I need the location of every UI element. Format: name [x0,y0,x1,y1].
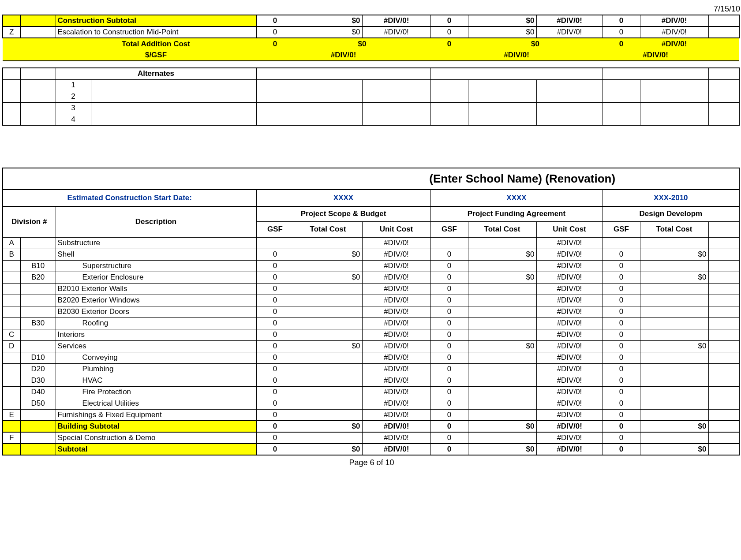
phase1-date: XXXX [256,190,430,206]
alternates-row-3: 3 [3,102,739,114]
table-row: D20Plumbing0#DIV/0!0#DIV/0!0 [3,363,739,375]
escalation-row: Z Escalation to Construction Mid-Point 0… [3,26,739,38]
start-date-label: Estimated Construction Start Date: [3,190,256,206]
table-row: B2030 Exterior Doors0#DIV/0!0#DIV/0!0 [3,306,739,317]
group-scope-budget: Project Scope & Budget [256,206,430,221]
col-totalcost-2: Total Cost [468,221,536,237]
table-row: D10Conveying0#DIV/0!0#DIV/0!0 [3,352,739,363]
alternates-row-1: 1 [3,79,739,91]
alternates-header-row: Alternates [3,68,739,79]
summary-table: Construction Subtotal 0 $0 #DIV/0! 0 $0 … [2,15,740,61]
col-gsf-1: GSF [256,221,294,237]
table-row: B10Superstructure0#DIV/0!0#DIV/0!0 [3,260,739,272]
page-footer: Page 6 of 10 [2,458,741,467]
subtotal-row: Subtotal 0 $0 #DIV/0! 0 $0 #DIV/0! 0 $0 [3,444,739,455]
col-totalcost-1: Total Cost [294,221,362,237]
phase3-date: XXX-2010 [603,190,739,206]
renovation-table: (Enter School Name) (Renovation) Estimat… [2,168,740,455]
col-unitcost-2: Unit Cost [536,221,603,237]
building-subtotal-row: Building Subtotal 0 $0 #DIV/0! 0 $0 #DIV… [3,421,739,432]
table-row: B20Exterior Enclosure0$0#DIV/0!0$0#DIV/0… [3,272,739,283]
renovation-title: (Enter School Name) (Renovation) [3,168,739,190]
col-totalcost-3: Total Cost [640,221,708,237]
total-addition-row: Total Addition Cost 0 $0 0 $0 0 #DIV/0! [3,38,739,49]
col-gsf-2: GSF [430,221,468,237]
construction-subtotal-row: Construction Subtotal 0 $0 #DIV/0! 0 $0 … [3,15,739,26]
alternates-row-2: 2 [3,91,739,102]
special-construction-row: F Special Construction & Demo 0#DIV/0! 0… [3,432,739,444]
alternates-row-4: 4 [3,114,739,125]
alternates-table: Alternates 1 2 3 4 [2,67,740,126]
col-description: Description [56,206,256,237]
col-unitcost-1: Unit Cost [362,221,430,237]
phase2-date: XXXX [430,190,603,206]
print-date: 7/15/10 [2,4,741,14]
table-row: B2010 Exterior Walls0#DIV/0!0#DIV/0!0 [3,283,739,295]
group-design-dev: Design Developm [603,206,739,221]
table-row: CInteriors0#DIV/0!0#DIV/0!0 [3,329,739,340]
table-row: B30Roofing0#DIV/0!0#DIV/0!0 [3,317,739,329]
per-gsf-row: $/GSF #DIV/0! #DIV/0! #DIV/0! [3,49,739,61]
table-row: D50Electrical Utilities0#DIV/0!0#DIV/0!0 [3,398,739,409]
table-row: DServices0$0#DIV/0!0$0#DIV/0!0$0 [3,340,739,352]
table-row: D30HVAC0#DIV/0!0#DIV/0!0 [3,375,739,386]
group-funding-agreement: Project Funding Agreement [430,206,603,221]
table-row: ASubstructure#DIV/0!#DIV/0! [3,237,739,249]
table-row: D40Fire Protection0#DIV/0!0#DIV/0!0 [3,386,739,398]
col-gsf-3: GSF [603,221,640,237]
col-division: Division # [3,206,56,237]
table-row: BShell0$0#DIV/0!0$0#DIV/0!0$0 [3,249,739,260]
table-row: B2020 Exterior Windows0#DIV/0!0#DIV/0!0 [3,295,739,306]
table-row: EFurnishings & Fixed Equipment0#DIV/0!0#… [3,409,739,421]
